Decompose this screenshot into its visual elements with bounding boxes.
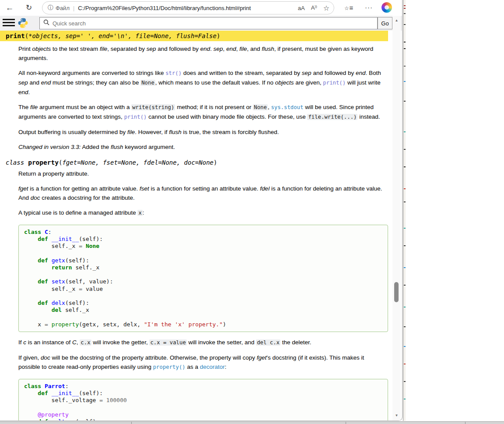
text-segment: , separated by (107, 46, 146, 52)
doc-link[interactable]: print() (124, 114, 147, 120)
text-segment: sep (302, 70, 312, 76)
doc-link[interactable]: decorator (200, 364, 225, 370)
text-segment: file (127, 129, 135, 135)
code-line: @property (24, 411, 382, 418)
python-logo-icon[interactable] (18, 18, 28, 28)
text-segment: the deleter. (280, 339, 312, 346)
text-segment: end (18, 89, 28, 95)
text-segment: sep (147, 46, 156, 52)
collections-icon[interactable]: ≡☆ (346, 3, 357, 13)
window-edge-speck (404, 228, 406, 229)
window-edge-speck (404, 42, 406, 42)
text-segment: , and (247, 46, 262, 52)
code-line: return self._x (24, 264, 382, 271)
window-edge-speck (404, 381, 406, 382)
code-line: def voltage(self): (24, 418, 382, 421)
window-edge-speck (404, 24, 406, 25)
favorite-star-icon[interactable]: ☆ (323, 4, 329, 12)
text-segment: Print (18, 46, 32, 52)
site-info-icon[interactable]: ⓘ (48, 4, 53, 12)
inline-code: None (253, 104, 268, 110)
version-changed-note: Changed in version 3.3: Added the flush … (18, 142, 386, 152)
code-line: self._x = None (24, 243, 382, 250)
paragraph: Return a property attribute. (18, 169, 386, 178)
window-edge-speck (404, 364, 406, 364)
code-line: self._voltage = 100000 (24, 397, 382, 404)
hamburger-menu-icon[interactable] (3, 19, 15, 28)
text-segment: and followed by (312, 70, 356, 76)
text-segment: Changed in version 3.3: (18, 144, 81, 150)
address-bar[interactable]: ⓘ Файл | C:/Program%20Files/Python311/Do… (42, 1, 334, 14)
doc-link[interactable]: str() (165, 70, 182, 76)
code-line: def setx(self, value): (24, 278, 382, 285)
text-segment: as a (186, 364, 200, 370)
settings-menu-icon[interactable]: ··· (363, 3, 374, 13)
window-edge-speck (404, 245, 406, 246)
text-segment: will invoke the setter, and (187, 339, 256, 346)
text-segment: sep (18, 79, 28, 86)
text-segment: fget (257, 354, 267, 361)
window-edge-speck (404, 48, 406, 49)
back-button[interactable]: ← (4, 2, 16, 14)
text-segment: If (18, 339, 23, 346)
window-edge-speck (404, 8, 406, 9)
text-segment: doc (41, 354, 50, 361)
refresh-button[interactable]: ↻ (23, 2, 35, 14)
window-edge-speck (404, 81, 406, 82)
read-aloud-icon[interactable]: A)) (311, 4, 317, 11)
taskbar-divider (131, 422, 132, 424)
text-segment: If given, (18, 354, 41, 361)
text-segment: will just write (346, 79, 381, 86)
quick-search-box (39, 17, 378, 29)
text-segment: fdel (260, 185, 270, 192)
scrollbar-thumb[interactable] (394, 282, 399, 302)
text-segment: . (28, 89, 30, 95)
print-description: Print objects to the text stream file, s… (18, 44, 386, 152)
doc-link[interactable]: print() (323, 80, 346, 86)
scroll-down-icon[interactable]: ▼ (392, 412, 401, 419)
text-segment: fget (18, 185, 28, 192)
paragraph: If c is an instance of C, c.x will invok… (18, 338, 386, 347)
copilot-icon[interactable] (382, 2, 392, 13)
inline-code: c.x = value (149, 339, 186, 346)
background-window-edge (403, 0, 406, 421)
text-segment: to the text stream (51, 46, 100, 52)
text-segment: The (18, 104, 30, 110)
text-segment: method; if it is not present or (175, 104, 253, 110)
vertical-scrollbar[interactable]: ▲ ▼ (392, 16, 401, 421)
text-segment: does and written to the stream, separate… (182, 70, 302, 76)
paragraph: The file argument must be an object with… (18, 102, 386, 122)
quick-search-input[interactable] (52, 20, 377, 27)
text-segment: cannot be used with binary mode file obj… (147, 113, 307, 120)
text-segment: end (356, 70, 366, 76)
text-segment: end (226, 46, 236, 52)
property-description: Return a property attribute. fget is a f… (18, 169, 386, 421)
window-edge-speck (404, 131, 406, 132)
doc-link[interactable]: sys.stdout (271, 104, 303, 110)
search-icon (43, 19, 49, 27)
code-line (24, 314, 382, 321)
code-block: class Parrot: def __init__(self): self._… (18, 379, 388, 421)
paragraph: If given, doc will be the docstring of t… (18, 353, 386, 372)
text-segment: sep (214, 46, 223, 52)
go-button[interactable]: Go (378, 17, 392, 29)
text-segment: and (28, 79, 41, 86)
code-line: def __init__(self): (24, 390, 382, 397)
window-edge-speck (404, 188, 406, 189)
translate-icon[interactable]: aA (298, 5, 305, 11)
code-line: x = property(getx, setx, delx, "I'm the … (24, 321, 382, 328)
text-segment: file (100, 46, 107, 52)
doc-link[interactable]: property() (153, 364, 186, 370)
text-segment: flush (169, 129, 182, 135)
url-scheme-label: Файл (56, 5, 70, 11)
text-segment: A typical use is to define a managed att… (18, 209, 137, 216)
text-segment: c (23, 339, 26, 346)
text-segment: end (200, 46, 210, 52)
text-segment: keyword argument. (123, 144, 175, 150)
text-segment: is a function for setting an attribute v… (149, 185, 260, 192)
text-segment: is a function for getting an attribute v… (28, 185, 140, 192)
window-edge-speck (404, 399, 406, 399)
inline-code: None (140, 80, 155, 86)
scroll-up-icon[interactable]: ▲ (392, 17, 401, 24)
text-segment: will be the docstring of the property at… (50, 354, 257, 361)
